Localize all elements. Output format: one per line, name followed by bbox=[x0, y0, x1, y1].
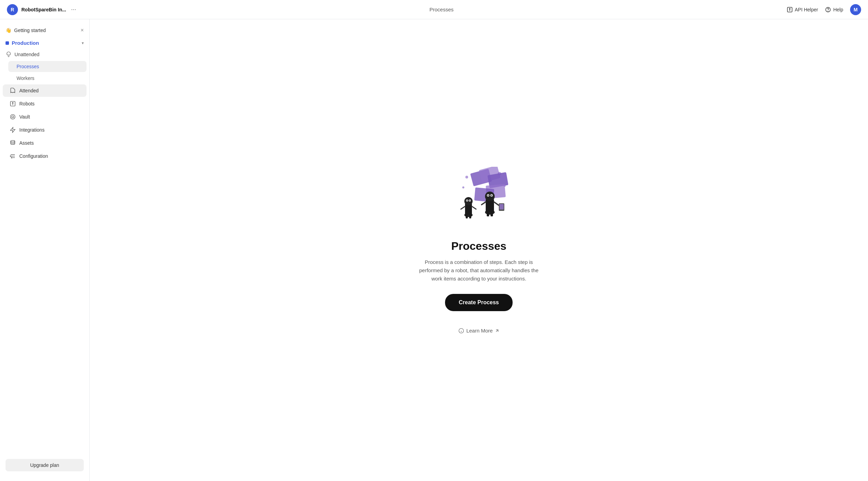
main-description: Process is a combination of steps. Each … bbox=[417, 258, 541, 283]
integrations-label: Integrations bbox=[19, 127, 44, 133]
svg-point-9 bbox=[12, 116, 14, 118]
sidebar-item-configuration[interactable]: Configuration bbox=[3, 150, 87, 162]
unattended-label: Unattended bbox=[14, 52, 39, 57]
sidebar-item-vault[interactable]: Vault bbox=[3, 111, 87, 123]
robots-label: Robots bbox=[19, 101, 34, 106]
processes-illustration bbox=[441, 167, 517, 229]
svg-point-43 bbox=[491, 195, 492, 196]
svg-rect-46 bbox=[499, 204, 504, 209]
attended-label: Attended bbox=[19, 88, 39, 93]
svg-rect-35 bbox=[466, 214, 468, 218]
external-link-icon bbox=[495, 328, 499, 333]
assets-icon bbox=[10, 140, 16, 146]
svg-point-23 bbox=[498, 172, 501, 175]
sidebar: 👋 Getting started × Production ▾ bbox=[0, 19, 90, 481]
api-helper-icon bbox=[787, 7, 793, 13]
integrations-icon bbox=[10, 127, 16, 133]
unattended-group[interactable]: Unattended bbox=[0, 49, 89, 60]
vault-icon bbox=[10, 114, 16, 120]
svg-point-11 bbox=[11, 141, 15, 142]
sidebar-item-attended[interactable]: Attended bbox=[3, 84, 87, 97]
help-label: Help bbox=[833, 7, 843, 12]
center-card: Processes Process is a combination of st… bbox=[410, 153, 548, 348]
svg-rect-49 bbox=[491, 212, 493, 216]
api-helper-button[interactable]: API Helper bbox=[787, 7, 818, 13]
attended-icon bbox=[10, 88, 16, 94]
production-left: Production bbox=[6, 40, 39, 46]
svg-line-34 bbox=[461, 206, 465, 209]
main-heading: Processes bbox=[451, 240, 506, 253]
svg-point-15 bbox=[10, 156, 11, 157]
unattended-icon bbox=[6, 51, 12, 58]
svg-rect-48 bbox=[487, 212, 489, 216]
robots-icon bbox=[10, 101, 16, 107]
header-page-title: Processes bbox=[430, 7, 454, 12]
svg-point-3 bbox=[828, 11, 828, 11]
upgrade-plan-button[interactable]: Upgrade plan bbox=[6, 459, 84, 471]
sidebar-item-workers[interactable]: Workers bbox=[8, 73, 87, 84]
svg-line-53 bbox=[496, 330, 498, 332]
assets-label: Assets bbox=[19, 140, 34, 146]
sidebar-item-robots[interactable]: Robots bbox=[3, 98, 87, 110]
chevron-down-icon: ▾ bbox=[82, 41, 84, 45]
svg-point-22 bbox=[465, 176, 468, 178]
production-label: Production bbox=[12, 40, 39, 46]
header-right: API Helper Help M bbox=[787, 4, 861, 15]
production-row[interactable]: Production ▾ bbox=[0, 37, 89, 49]
upgrade-plan-section: Upgrade plan bbox=[0, 455, 89, 475]
getting-started-close[interactable]: × bbox=[81, 28, 84, 33]
main-layout: 👋 Getting started × Production ▾ bbox=[0, 19, 868, 481]
svg-point-39 bbox=[485, 192, 495, 201]
production-dot-icon bbox=[6, 41, 9, 45]
svg-point-42 bbox=[487, 195, 489, 196]
processes-sub-label: Processes bbox=[17, 64, 39, 69]
svg-point-16 bbox=[11, 157, 12, 158]
svg-marker-10 bbox=[10, 127, 15, 133]
learn-more-text: Learn More bbox=[466, 328, 493, 334]
top-header: R RobotSpareBin In... ··· Processes API … bbox=[0, 0, 868, 19]
svg-line-44 bbox=[494, 202, 499, 205]
sidebar-item-processes[interactable]: Processes bbox=[8, 61, 87, 72]
info-icon bbox=[458, 328, 464, 334]
sidebar-top: 👋 Getting started × Production ▾ bbox=[0, 25, 89, 455]
svg-point-25 bbox=[462, 186, 464, 188]
svg-point-24 bbox=[504, 185, 506, 187]
svg-point-32 bbox=[470, 200, 471, 201]
ellipsis-button[interactable]: ··· bbox=[70, 4, 78, 14]
user-avatar[interactable]: M bbox=[850, 4, 861, 15]
wave-icon: 👋 bbox=[6, 28, 11, 33]
unattended-children: Processes Workers bbox=[0, 61, 89, 84]
api-helper-label: API Helper bbox=[795, 7, 818, 12]
getting-started-row: 👋 Getting started × bbox=[0, 25, 89, 37]
svg-rect-36 bbox=[469, 214, 471, 218]
svg-line-47 bbox=[482, 202, 486, 205]
configuration-label: Configuration bbox=[19, 153, 48, 159]
vault-label: Vault bbox=[19, 114, 30, 120]
help-icon bbox=[825, 7, 831, 13]
sidebar-item-integrations[interactable]: Integrations bbox=[3, 124, 87, 136]
header-center: Processes bbox=[97, 7, 787, 12]
logo-avatar: R bbox=[7, 4, 18, 15]
getting-started-text: Getting started bbox=[14, 28, 46, 33]
main-content: Processes Process is a combination of st… bbox=[90, 19, 868, 481]
header-left: R RobotSpareBin In... ··· bbox=[7, 4, 97, 15]
svg-point-28 bbox=[464, 197, 473, 205]
production-section: Production ▾ Unattended Processes bbox=[0, 37, 89, 162]
svg-point-31 bbox=[467, 200, 468, 201]
svg-line-33 bbox=[472, 206, 476, 209]
configuration-icon bbox=[10, 153, 16, 159]
help-button[interactable]: Help bbox=[825, 7, 843, 13]
app-name: RobotSpareBin In... bbox=[21, 7, 66, 12]
workers-sub-label: Workers bbox=[17, 75, 34, 81]
create-process-button[interactable]: Create Process bbox=[445, 294, 513, 311]
sidebar-item-assets[interactable]: Assets bbox=[3, 137, 87, 149]
getting-started-label: 👋 Getting started bbox=[6, 28, 46, 33]
svg-point-8 bbox=[10, 114, 15, 119]
learn-more-link[interactable]: Learn More bbox=[458, 328, 500, 334]
